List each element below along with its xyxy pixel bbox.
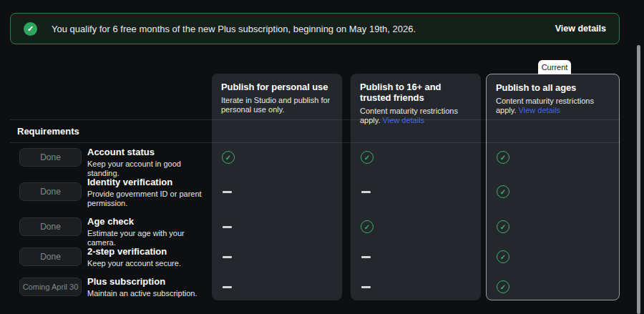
column-description: Content maturity restrictions apply. Vie… <box>496 97 610 115</box>
column-description: Iterate in Studio and publish for person… <box>221 96 333 114</box>
dash-icon <box>222 280 235 293</box>
current-badge: Current <box>538 60 571 74</box>
divider <box>10 119 620 120</box>
requirement-row-label: Account status Keep your account in good… <box>87 147 210 178</box>
dash-icon <box>222 220 235 233</box>
dash-icon <box>361 250 374 263</box>
requirement-row-label: Identity verification Provide government… <box>87 177 210 208</box>
status-badge: Done <box>19 217 82 236</box>
check-circle-icon <box>361 220 374 233</box>
requirement-title: Plus subscription <box>87 276 210 287</box>
status-badge: Done <box>19 182 82 201</box>
requirement-title: Account status <box>87 147 210 157</box>
dash-icon <box>222 250 235 263</box>
publishing-requirements-page: ✓ You qualify for 6 free months of the n… <box>0 0 644 314</box>
check-circle-icon: ✓ <box>24 22 37 36</box>
check-circle-icon <box>497 185 509 198</box>
requirement-title: Identity verification <box>87 177 210 187</box>
requirement-description: Maintain an active subscription. <box>87 289 210 298</box>
banner-message: You qualify for 6 free months of the new… <box>52 24 541 34</box>
banner-view-details-link[interactable]: View details <box>555 24 606 34</box>
requirement-description: Keep your account in good standing. <box>87 160 210 178</box>
check-circle-icon <box>497 220 509 233</box>
column-view-details-link[interactable]: View details <box>519 106 561 114</box>
check-circle-icon <box>361 151 374 164</box>
column-title: Publish to all ages <box>496 82 610 93</box>
column-header: Publish to all ages Content maturity res… <box>487 74 619 115</box>
requirement-title: Age check <box>87 216 210 227</box>
column-view-details-link[interactable]: View details <box>383 116 425 124</box>
check-circle-icon <box>497 280 509 293</box>
check-circle-icon <box>497 151 509 164</box>
column-description: Content maturity restrictions apply. Vie… <box>360 107 472 125</box>
status-badge: Done <box>19 148 82 167</box>
dash-icon <box>222 185 235 198</box>
check-circle-icon <box>497 250 509 263</box>
requirement-row-label: 2-step verification Keep your account se… <box>87 246 210 268</box>
requirement-row-label: Age check Estimate your age with your ca… <box>87 216 210 247</box>
requirement-row-label: Plus subscription Maintain an active sub… <box>87 276 210 298</box>
qualification-banner: ✓ You qualify for 6 free months of the n… <box>10 13 620 44</box>
column-title: Publish to 16+ and trusted friends <box>360 82 472 103</box>
scrollbar-thumb[interactable] <box>637 45 640 314</box>
status-badge: Coming April 30 <box>19 278 82 296</box>
requirement-title: 2-step verification <box>87 246 210 257</box>
requirement-description: Provide government ID or parent permissi… <box>87 190 210 208</box>
column-title: Publish for personal use <box>221 82 333 92</box>
column-header: Publish to 16+ and trusted friends Conte… <box>351 74 481 125</box>
requirements-heading: Requirements <box>17 120 79 142</box>
requirement-description: Estimate your age with your camera. <box>87 229 210 247</box>
dash-icon <box>361 185 374 198</box>
column-description-text: Iterate in Studio and publish for person… <box>221 96 330 114</box>
check-circle-icon <box>222 151 235 164</box>
divider <box>10 142 620 143</box>
requirement-description: Keep your account secure. <box>87 259 210 268</box>
column-header: Publish for personal use Iterate in Stud… <box>212 74 342 114</box>
status-badge: Done <box>19 247 82 266</box>
dash-icon <box>361 280 374 293</box>
